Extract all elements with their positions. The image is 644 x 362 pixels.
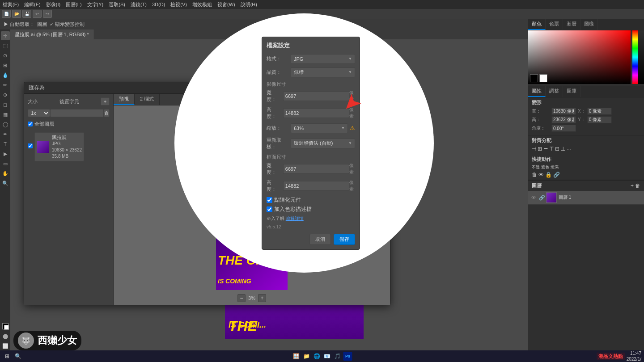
layer-visibility-icon[interactable]: 👁 (530, 195, 537, 200)
settings-checkbox1[interactable] (267, 197, 272, 203)
taskbar-app4[interactable]: 📧 (323, 352, 332, 361)
settings-canvas-width-input[interactable] (283, 164, 349, 174)
eraser-tool[interactable]: ◻ (1, 100, 10, 109)
taskbar-app1[interactable]: 🪟 (292, 352, 301, 361)
align-top-btn[interactable]: ⊤ (549, 146, 554, 152)
layer-row-1[interactable]: 👁 🔗 圖層 1 (528, 191, 644, 205)
export-tab-preview[interactable]: 預視 (114, 94, 135, 105)
rp-tab-swatches[interactable]: 色票 (546, 19, 563, 30)
settings-cancel-btn[interactable]: 取消 (309, 234, 331, 245)
alpha-strip[interactable] (638, 30, 644, 84)
text-tool[interactable]: T (1, 139, 10, 148)
align-center-v-btn[interactable]: ⊟ (555, 146, 559, 152)
rp-width-input[interactable] (551, 108, 576, 115)
rp-attr-tab[interactable]: 屬性 (528, 86, 546, 97)
rp-adj-tab[interactable]: 調整 (546, 86, 563, 97)
shape-tool[interactable]: ▭ (1, 159, 10, 168)
settings-height-input[interactable] (283, 108, 349, 118)
settings-resample-dropdown[interactable]: 環迴增值法 (自動) ▼ (291, 139, 355, 148)
taskbar-search-btn[interactable]: 🔍 (13, 352, 22, 361)
hue-strip[interactable] (632, 30, 638, 84)
hand-tool[interactable]: ✋ (1, 169, 10, 178)
redo-btn[interactable]: ↪ (43, 10, 52, 18)
menu-view[interactable]: 檢視(V) (170, 1, 187, 8)
new-layer-btn[interactable]: + (631, 183, 634, 189)
rp-x-input[interactable] (587, 108, 612, 115)
delete-layer-btn[interactable]: 🗑 (635, 183, 640, 189)
menu-plugins[interactable]: 增效模組 (192, 1, 212, 8)
qa-trash-btn[interactable]: 🗑 (532, 172, 537, 178)
settings-learn-link[interactable]: 瞭解詳情 (286, 216, 304, 221)
settings-scale-dropdown[interactable]: 63% ▼ (291, 123, 348, 133)
menu-select[interactable]: 選取(S) (109, 1, 125, 8)
menu-help[interactable]: 說明(H) (241, 1, 257, 8)
undo-btn[interactable]: ↩ (33, 10, 42, 18)
background-swatch[interactable] (539, 74, 547, 82)
eyedropper-tool[interactable]: 💧 (1, 71, 10, 80)
document-tab[interactable]: 星拉展.ai @ 5% (圖層 1, RGB/8) * (10, 29, 94, 39)
align-bottom-btn[interactable]: ⊥ (561, 146, 565, 152)
menu-text[interactable]: 文字(Y) (87, 1, 104, 8)
align-more-btn[interactable]: … (567, 146, 571, 152)
rp-tab-pattern[interactable]: 圖樣 (580, 19, 598, 30)
rp-angle-input[interactable] (551, 125, 576, 132)
menu-image[interactable]: 影像(I) (46, 1, 60, 8)
open-btn[interactable]: 📂 (12, 10, 21, 18)
export-scale-input[interactable] (50, 109, 104, 117)
zoom-in-btn[interactable]: + (258, 294, 266, 302)
align-left-btn[interactable]: ⊣ (532, 146, 536, 152)
select-tool[interactable]: ⬚ (1, 41, 10, 50)
menu-window[interactable]: 視窗(W) (217, 1, 235, 8)
qa-link-btn[interactable]: 🔗 (553, 172, 560, 178)
clone-tool[interactable]: ⊕ (1, 90, 10, 99)
export-delete-btn[interactable]: 🗑 (104, 109, 110, 117)
brush-tool[interactable]: ✏ (1, 80, 10, 89)
zoom-tool[interactable]: 🔍 (1, 179, 10, 188)
color-picker-area[interactable] (528, 30, 644, 84)
taskbar-ps-app[interactable]: Ps (343, 352, 352, 361)
menu-filter[interactable]: 濾鏡(T) (131, 1, 147, 8)
menu-layer[interactable]: 圖層(L) (66, 1, 81, 8)
settings-format-dropdown[interactable]: JPG ▼ (291, 54, 355, 64)
qa-eye-btn[interactable]: 👁 (538, 172, 544, 178)
qa-btn2[interactable]: 遮色 (541, 164, 549, 170)
taskbar-app5[interactable]: 🎵 (333, 352, 342, 361)
save-btn[interactable]: 💾 (22, 10, 31, 18)
gradient-tool[interactable]: ▦ (1, 110, 10, 119)
settings-checkbox2[interactable] (267, 206, 272, 212)
settings-quality-dropdown[interactable]: 似標 ▼ (291, 67, 355, 77)
export-all-layers-checkbox[interactable] (28, 122, 33, 126)
align-center-h-btn[interactable]: ⊞ (538, 146, 542, 152)
windows-start-btn[interactable]: ⊞ (3, 352, 12, 361)
quick-mask[interactable]: ⬤ (1, 332, 10, 341)
export-layer-checkbox[interactable] (28, 143, 33, 148)
qa-lock-btn[interactable]: 🔒 (545, 172, 552, 178)
export-tab-2col[interactable]: 2 欄式 (135, 94, 160, 105)
qa-btn3[interactable]: 填滿 (551, 164, 559, 170)
taskbar-app3[interactable]: 🌐 (313, 352, 322, 361)
settings-canvas-height-input[interactable] (283, 181, 349, 191)
rp-height-input[interactable] (551, 116, 576, 123)
rp-tab-gradient[interactable]: 漸層 (563, 19, 580, 30)
rp-tab-color[interactable]: 顏色 (528, 19, 546, 30)
screen-mode[interactable]: ⬜ (1, 341, 10, 350)
menu-3d[interactable]: 3D(D) (152, 2, 165, 7)
export-scale-select[interactable]: 1x 2x (28, 109, 50, 117)
taskbar-app2[interactable]: 📁 (302, 352, 311, 361)
rp-y-input[interactable] (587, 116, 612, 123)
crop-tool[interactable]: ⊞ (1, 61, 10, 70)
new-doc-btn[interactable]: 📄 (2, 10, 11, 18)
zoom-out-btn[interactable]: − (237, 294, 246, 302)
foreground-swatch[interactable] (530, 74, 538, 82)
export-add-btn[interactable]: + (101, 97, 110, 105)
dodge-tool[interactable]: ◯ (1, 120, 10, 129)
rp-lib-tab[interactable]: 圖庫 (563, 86, 580, 97)
menu-edit[interactable]: 編輯(E) (24, 1, 41, 8)
move-tool[interactable]: ✛ (1, 31, 10, 40)
menu-file[interactable]: 檔案(F) (3, 1, 19, 8)
qa-btn1[interactable]: 不透 (532, 164, 540, 170)
lasso-tool[interactable]: ⊙ (1, 51, 10, 60)
settings-save-btn[interactable]: 儲存 (334, 234, 355, 245)
pen-tool[interactable]: ✒ (1, 130, 10, 139)
foreground-color[interactable] (1, 322, 10, 331)
